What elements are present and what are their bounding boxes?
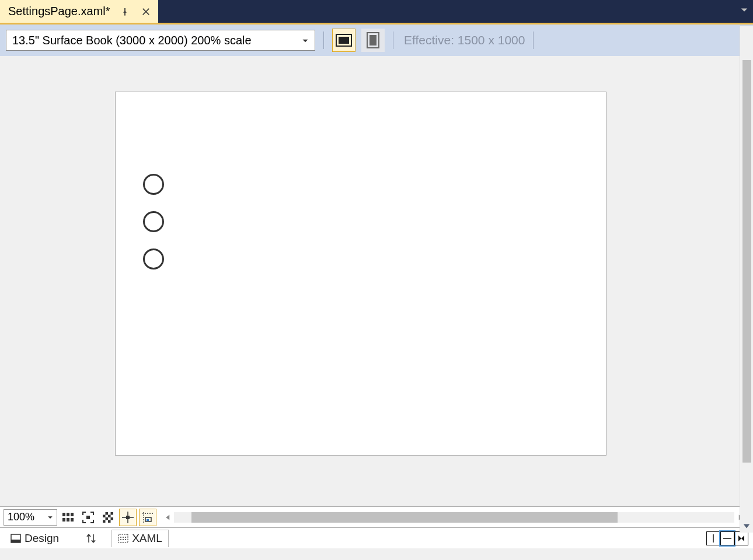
- vertical-split-button[interactable]: [706, 531, 720, 545]
- separator: [393, 32, 393, 49]
- scroll-left-icon[interactable]: [162, 514, 174, 521]
- vertical-split-icon: [709, 534, 718, 543]
- svg-rect-25: [118, 534, 128, 542]
- landscape-orientation-button[interactable]: [332, 29, 355, 52]
- landscape-icon: [336, 34, 352, 47]
- svg-rect-22: [147, 519, 149, 521]
- chevron-down-icon: [302, 34, 309, 47]
- svg-point-28: [125, 537, 126, 538]
- grid-tiles-icon: [62, 513, 74, 522]
- svg-rect-9: [71, 518, 74, 522]
- radio-button-3[interactable]: [143, 249, 164, 270]
- design-view-icon: [11, 534, 21, 543]
- horizontal-scroll-track[interactable]: [174, 512, 734, 523]
- vertical-scroll-thumb[interactable]: [742, 60, 751, 463]
- xaml-view-tab[interactable]: XAML: [111, 530, 169, 547]
- snap-lines-button[interactable]: [139, 509, 156, 526]
- document-tab[interactable]: SettingsPage.xaml*: [0, 0, 158, 23]
- svg-point-31: [125, 539, 126, 540]
- svg-rect-10: [86, 516, 90, 519]
- svg-rect-15: [111, 514, 114, 517]
- horizontal-split-icon: [723, 534, 732, 543]
- portrait-orientation-button[interactable]: [361, 29, 385, 52]
- separator: [533, 32, 534, 49]
- device-label: 13.5" Surface Book (3000 x 2000) 200% sc…: [12, 34, 252, 47]
- scroll-down-icon[interactable]: [740, 520, 753, 533]
- tab-title: SettingsPage.xaml*: [8, 5, 110, 18]
- snap-crosshair-icon: [122, 512, 134, 523]
- horizontal-split-button[interactable]: [720, 531, 734, 545]
- swap-arrows-icon: [86, 533, 96, 544]
- close-icon[interactable]: [140, 5, 152, 18]
- zoom-dropdown[interactable]: 100%: [4, 509, 57, 526]
- svg-rect-18: [106, 520, 109, 523]
- svg-rect-7: [62, 518, 65, 522]
- svg-rect-6: [71, 513, 74, 516]
- svg-rect-4: [62, 513, 65, 516]
- svg-point-30: [123, 539, 124, 540]
- fit-selection-icon: [82, 512, 94, 523]
- pane-layout-toggle: [706, 531, 748, 545]
- xaml-view-icon: [118, 534, 128, 543]
- horizontal-scrollbar[interactable]: [162, 512, 746, 523]
- fit-all-button[interactable]: [60, 509, 77, 526]
- design-surface[interactable]: [0, 56, 721, 506]
- document-tab-bar: SettingsPage.xaml*: [0, 0, 753, 24]
- svg-rect-20: [126, 516, 130, 519]
- collapse-pane-icon: [737, 534, 746, 543]
- fit-selection-button[interactable]: [79, 509, 97, 526]
- svg-rect-5: [67, 513, 69, 516]
- zoom-value: 100%: [8, 511, 34, 523]
- page-canvas[interactable]: [115, 92, 606, 456]
- design-tab-label: Design: [25, 532, 59, 545]
- xaml-tab-label: XAML: [132, 532, 162, 545]
- swap-panes-button[interactable]: [82, 530, 100, 547]
- design-zoom-toolbar: 100%: [0, 506, 753, 527]
- svg-rect-1: [339, 37, 349, 44]
- toggle-effects-button[interactable]: [99, 509, 117, 526]
- svg-rect-3: [369, 35, 376, 46]
- device-preview-dropdown[interactable]: 13.5" Surface Book (3000 x 2000) 200% sc…: [6, 30, 315, 51]
- portrait-icon: [367, 32, 379, 48]
- svg-rect-13: [108, 512, 111, 515]
- svg-rect-8: [67, 518, 69, 522]
- collapse-pane-button[interactable]: [734, 531, 748, 545]
- svg-point-29: [120, 539, 121, 540]
- view-tab-bar: Design XAML: [0, 527, 753, 548]
- pin-icon[interactable]: [118, 5, 131, 18]
- separator: [323, 32, 324, 49]
- snap-grid-button[interactable]: [119, 509, 137, 526]
- svg-rect-14: [106, 514, 109, 517]
- radio-button-2[interactable]: [143, 211, 164, 232]
- svg-rect-17: [108, 517, 111, 520]
- effective-resolution-label: Effective: 1500 x 1000: [404, 33, 525, 47]
- chevron-down-icon: [47, 511, 53, 523]
- checkerboard-icon: [103, 512, 113, 523]
- svg-rect-16: [103, 517, 106, 520]
- svg-rect-12: [103, 512, 106, 515]
- snap-lines-icon: [142, 512, 154, 523]
- vertical-scrollbar[interactable]: [740, 26, 753, 533]
- radio-button-1[interactable]: [143, 174, 164, 195]
- designer-toolbar: 13.5" Surface Book (3000 x 2000) 200% sc…: [0, 24, 753, 56]
- horizontal-scroll-thumb[interactable]: [191, 512, 618, 523]
- chevron-down-icon[interactable]: [740, 6, 748, 16]
- svg-point-26: [120, 537, 121, 538]
- svg-rect-24: [11, 540, 20, 542]
- design-view-tab[interactable]: Design: [5, 530, 65, 547]
- svg-point-27: [123, 537, 124, 538]
- svg-rect-19: [111, 520, 114, 523]
